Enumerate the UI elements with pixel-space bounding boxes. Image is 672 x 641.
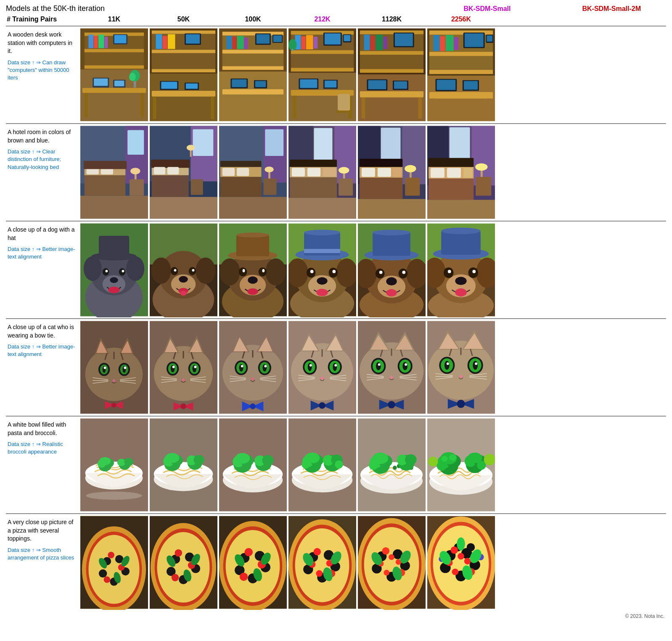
svg-rect-27 — [152, 69, 215, 72]
prompt-pasta: A white bowl filled with pasta and brocc… — [8, 421, 76, 437]
svg-rect-188 — [362, 168, 375, 177]
svg-point-75 — [288, 39, 297, 50]
svg-rect-114 — [454, 37, 458, 50]
svg-rect-90 — [360, 51, 423, 55]
svg-point-247 — [239, 267, 247, 276]
svg-rect-74 — [344, 35, 351, 41]
svg-rect-85 — [336, 111, 352, 113]
svg-point-588 — [244, 548, 253, 557]
svg-rect-199 — [471, 126, 495, 185]
svg-rect-97 — [395, 33, 413, 46]
svg-rect-173 — [292, 168, 305, 176]
svg-point-384 — [250, 404, 256, 409]
svg-rect-104 — [394, 82, 407, 89]
svg-point-427 — [378, 363, 381, 366]
svg-point-606 — [314, 548, 321, 556]
svg-rect-91 — [360, 69, 423, 73]
image-cell-desk-3 — [218, 26, 288, 123]
image-cell-hotel-4 — [288, 124, 357, 221]
image-cell-hotel-6 — [426, 124, 496, 221]
image-cell-pizza-4 — [288, 514, 357, 611]
svg-rect-46 — [227, 36, 232, 49]
col-100k: 100K — [218, 14, 288, 25]
svg-rect-72 — [325, 33, 341, 44]
svg-rect-119 — [429, 92, 493, 99]
image-cell-desk-4 — [288, 26, 357, 123]
svg-point-217 — [110, 277, 118, 283]
svg-point-499 — [262, 455, 273, 466]
svg-rect-286 — [373, 232, 410, 256]
svg-point-144 — [187, 145, 195, 151]
svg-rect-14 — [140, 93, 144, 118]
image-cell-pizza-2 — [149, 514, 218, 611]
svg-rect-55 — [224, 95, 228, 119]
svg-point-645 — [458, 553, 464, 560]
svg-point-265 — [310, 270, 314, 273]
svg-point-476 — [124, 458, 133, 466]
svg-rect-34 — [153, 97, 156, 119]
svg-rect-18 — [114, 81, 124, 87]
prompt-pizza: A very close up picture of a pizza with … — [8, 518, 76, 543]
svg-rect-7 — [94, 36, 98, 48]
svg-rect-169 — [334, 126, 356, 184]
col-50k: 50K — [149, 14, 218, 25]
svg-rect-39 — [186, 83, 198, 89]
svg-point-539 — [441, 456, 448, 462]
image-cell-cat-1 — [79, 319, 149, 416]
image-cell-cat-6 — [426, 319, 496, 416]
svg-rect-56 — [278, 95, 282, 119]
svg-point-452 — [444, 361, 450, 369]
svg-point-232 — [179, 276, 188, 283]
image-cell-desk-6 — [426, 26, 496, 123]
svg-rect-155 — [265, 129, 283, 156]
table-row: A very close up picture of a pizza with … — [6, 514, 666, 611]
svg-rect-176 — [339, 179, 353, 196]
svg-point-552 — [89, 535, 140, 604]
bk-sdm-small-label: BK-SDM-Small — [463, 5, 511, 13]
svg-rect-16 — [94, 79, 108, 86]
svg-rect-49 — [244, 37, 248, 49]
svg-rect-121 — [487, 99, 491, 119]
image-cell-hotel-3 — [218, 124, 288, 221]
svg-rect-179 — [288, 198, 356, 219]
svg-rect-123 — [437, 80, 455, 90]
image-cell-pasta-4 — [288, 417, 357, 513]
insight-pizza: Data size ↑ ⇒ Smooth arrangement of pizz… — [8, 546, 76, 562]
svg-point-250 — [262, 269, 265, 272]
svg-point-573 — [175, 549, 183, 557]
image-cell-hotel-2 — [149, 124, 218, 221]
svg-point-248 — [259, 267, 267, 276]
svg-point-193 — [405, 165, 416, 172]
svg-rect-135 — [130, 179, 144, 196]
svg-point-21 — [129, 73, 136, 81]
svg-rect-168 — [314, 128, 332, 161]
svg-rect-118 — [487, 35, 492, 42]
image-cell-pizza-3 — [218, 514, 288, 611]
svg-point-546 — [484, 454, 495, 465]
svg-point-475 — [117, 459, 126, 466]
svg-point-454 — [447, 362, 449, 365]
svg-point-401 — [334, 364, 337, 367]
prompt-hotel: A hotel room in colors of brown and blue… — [8, 128, 76, 145]
column-headers: # Training Pairs 11K 50K 100K 212K 1128K… — [6, 14, 666, 25]
svg-rect-11 — [114, 35, 126, 43]
svg-rect-60 — [255, 81, 266, 87]
svg-rect-65 — [291, 50, 354, 54]
svg-point-373 — [241, 365, 243, 367]
svg-rect-68 — [301, 36, 306, 49]
svg-point-137 — [130, 168, 140, 174]
svg-rect-224 — [99, 236, 129, 257]
svg-point-560 — [104, 576, 111, 583]
svg-point-453 — [473, 361, 478, 369]
image-cell-cat-2 — [149, 319, 218, 416]
svg-rect-113 — [446, 35, 454, 51]
svg-point-270 — [304, 229, 340, 235]
svg-rect-37 — [161, 82, 177, 89]
image-cell-hotel-1 — [79, 124, 149, 221]
svg-point-346 — [172, 366, 175, 368]
svg-point-521 — [369, 461, 378, 470]
svg-rect-44 — [222, 50, 283, 53]
image-cell-cat-4 — [288, 319, 357, 416]
svg-point-400 — [310, 364, 312, 367]
svg-rect-129 — [127, 130, 144, 155]
